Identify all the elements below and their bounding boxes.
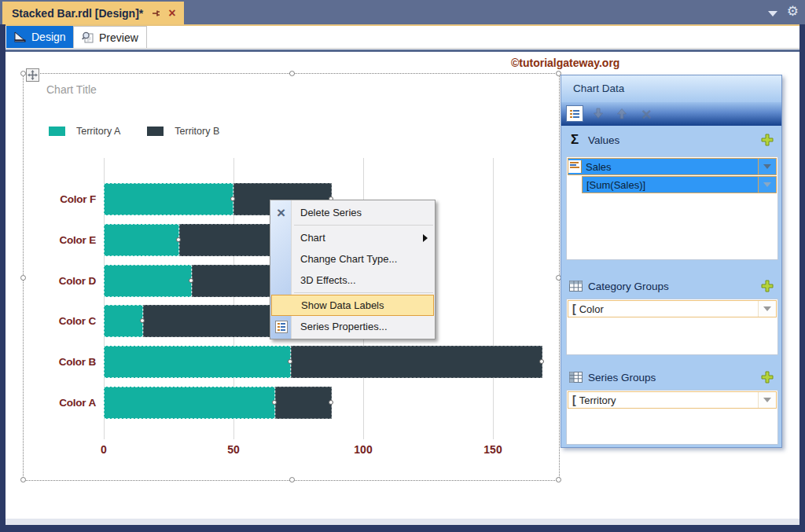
design-set-square-icon [14, 31, 27, 42]
move-handle-icon[interactable] [26, 68, 39, 82]
tab-preview[interactable]: Preview [73, 26, 147, 48]
category-group-row-color[interactable]: [ Color [568, 300, 777, 317]
chart-field-icon [568, 160, 582, 173]
bar-segment-territory-a[interactable] [104, 183, 233, 215]
chart-data-pane-toolbar: × [561, 102, 781, 126]
menu-item-series-properties[interactable]: Series Properties... [270, 316, 435, 337]
submenu-arrow-icon [423, 234, 428, 242]
selection-handle[interactable] [189, 278, 193, 283]
category-label: Color F [39, 193, 96, 205]
bar-segment-territory-a[interactable] [104, 305, 143, 337]
bar-segment-territory-a[interactable] [104, 265, 192, 297]
menu-item-3d-effects[interactable]: 3D Effects... [270, 270, 435, 291]
sigma-icon: Σ [571, 132, 579, 148]
series-properties-icon [274, 319, 289, 334]
category-label: Color B [39, 356, 96, 368]
category-label: Color A [39, 397, 96, 409]
selection-handle[interactable] [140, 318, 145, 323]
window-border-bottom [0, 525, 805, 532]
move-down-icon[interactable] [593, 108, 604, 119]
surface-selection-handle[interactable] [556, 477, 561, 482]
move-up-icon[interactable] [616, 108, 627, 119]
title-bar: Stacked Bar.rdl [Design]* × ⚙ [0, 0, 805, 24]
add-category-group-button[interactable] [761, 280, 774, 292]
axis-tick-label: 100 [344, 443, 383, 456]
series-groups-header: Series Groups [561, 369, 781, 387]
series-group-name: Territory [579, 394, 758, 406]
category-groups-listbox: [ Color [566, 299, 778, 355]
gridline [493, 158, 494, 439]
menu-item-label: Change Chart Type... [300, 253, 397, 265]
bar-segment-territory-b[interactable] [291, 346, 542, 378]
category-group-name: Color [579, 303, 758, 315]
tab-design-label: Design [31, 31, 66, 43]
values-listbox: Sales [Sum(Sales)] [566, 156, 778, 260]
category-label: Color D [39, 275, 96, 287]
category-group-dropdown[interactable] [758, 301, 776, 317]
bar-segment-territory-a[interactable] [104, 346, 291, 378]
series-group-dropdown[interactable] [758, 392, 776, 408]
value-field-name: Sales [582, 161, 758, 173]
category-label: Color C [39, 315, 96, 327]
tab-design[interactable]: Design [6, 26, 74, 48]
selection-handle[interactable] [288, 359, 292, 364]
menu-item-delete-series[interactable]: ×Delete Series [270, 202, 435, 223]
tabstrip-accent-line [0, 50, 805, 52]
legend-label: Territory B [175, 126, 219, 137]
preview-magnifier-icon [82, 31, 94, 43]
group-bracket-icon: [ [568, 394, 579, 406]
add-series-group-button[interactable] [761, 371, 774, 383]
menu-separator [294, 292, 433, 293]
chart-legend[interactable]: Territory ATerritory B [49, 126, 235, 137]
value-expression: [Sum(Sales)] [583, 179, 758, 191]
selection-handle[interactable] [272, 400, 277, 405]
surface-selection-handle[interactable] [20, 275, 26, 281]
legend-swatch [49, 127, 65, 136]
bar-segment-territory-a[interactable] [104, 224, 179, 256]
value-expression-dropdown[interactable] [758, 177, 776, 193]
value-field-row-sum-sales[interactable]: [Sum(Sales)] [582, 176, 777, 193]
menu-item-label: 3D Effects... [300, 274, 356, 286]
surface-selection-handle[interactable] [289, 477, 295, 482]
value-field-row-sales[interactable]: Sales [568, 158, 777, 175]
values-section-header: Σ Values [561, 132, 781, 149]
menu-item-show-data-labels[interactable]: Show Data Labels [271, 295, 434, 316]
selection-handle[interactable] [539, 359, 544, 364]
delete-field-icon[interactable]: × [641, 105, 652, 125]
view-tabstrip: Design Preview ©tutorialgateway.org [0, 26, 805, 49]
chart-title[interactable]: Chart Title [46, 83, 97, 96]
gear-icon[interactable]: ⚙ [787, 5, 799, 18]
values-section-label: Values [588, 134, 619, 146]
report-designer-window: Stacked Bar.rdl [Design]* × ⚙ Design [0, 0, 805, 532]
bar-segment-territory-a[interactable] [104, 387, 275, 419]
window-border-left [0, 24, 6, 532]
selection-handle[interactable] [230, 196, 235, 201]
bar-segment-territory-b[interactable] [275, 387, 333, 419]
legend-swatch [147, 127, 164, 136]
axis-tick-label: 0 [84, 443, 123, 456]
properties-toolbar-button[interactable] [566, 105, 583, 122]
add-value-field-button[interactable] [761, 134, 774, 146]
value-field-dropdown[interactable] [758, 159, 776, 174]
selection-handle[interactable] [329, 400, 333, 405]
pin-icon[interactable] [150, 8, 161, 19]
surface-selection-handle[interactable] [20, 71, 26, 76]
surface-selection-handle[interactable] [20, 477, 26, 482]
menu-item-label: Show Data Labels [301, 299, 384, 311]
chart-data-pane: Chart Data × Σ Values [561, 75, 782, 448]
close-icon[interactable]: × [168, 8, 175, 19]
menu-item-label: Series Properties... [300, 321, 388, 332]
document-tab[interactable]: Stacked Bar.rdl [Design]* × [2, 2, 184, 24]
surface-selection-handle[interactable] [289, 71, 295, 76]
legend-label: Territory A [76, 126, 120, 137]
chevron-down-icon[interactable] [768, 11, 777, 17]
menu-item-change-chart-type[interactable]: Change Chart Type... [270, 248, 435, 270]
series-groups-label: Series Groups [588, 372, 656, 383]
menu-item-chart[interactable]: Chart [270, 227, 435, 248]
delete-series-icon: × [274, 205, 289, 220]
chart-data-pane-title: Chart Data [561, 75, 781, 102]
tab-preview-label: Preview [99, 31, 138, 44]
category-groups-header: Category Groups [561, 278, 781, 295]
series-group-row-territory[interactable]: [ Territory [568, 391, 777, 409]
selection-handle[interactable] [176, 237, 181, 242]
